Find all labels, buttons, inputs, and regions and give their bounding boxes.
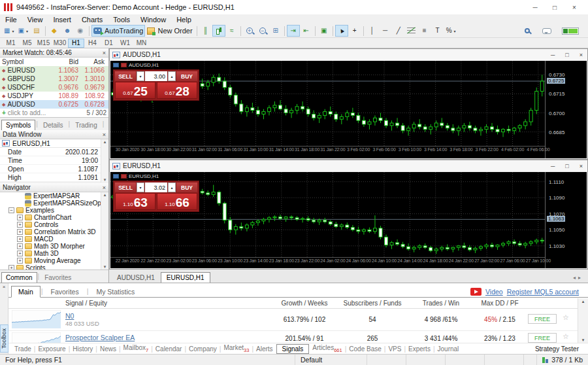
timeframe-m15[interactable]: M15 <box>35 39 52 48</box>
volume-increase-button[interactable]: ▴ <box>168 71 176 81</box>
history-center-button[interactable]: ▤ <box>30 25 43 37</box>
tree-item-math-3d-morpher[interactable]: +Math 3D Morpher <box>0 243 108 250</box>
scroll-down-icon[interactable]: ▾ <box>101 264 108 269</box>
price-axis[interactable]: 0.67300.67150.67000.66850.6725 <box>545 61 587 158</box>
timeframe-m5[interactable]: M5 <box>19 39 35 48</box>
close-button[interactable]: × <box>580 52 583 58</box>
profiles-button[interactable]: ▣▾ <box>16 25 29 37</box>
zoom-in-button[interactable]: + <box>243 25 256 37</box>
sell-button[interactable]: SELL <box>115 182 136 192</box>
candle-chart-button[interactable] <box>212 25 225 37</box>
volume-input[interactable]: 3.02 <box>145 182 167 192</box>
navigator-scrollbar[interactable]: ▴ ▾ <box>101 192 108 269</box>
chart-shift-button[interactable]: ⇥ <box>287 25 300 37</box>
depth-of-market-button[interactable]: ☻ <box>61 25 74 37</box>
bottom-tab-journal[interactable]: Journal <box>436 345 461 353</box>
symbols-button[interactable]: ◆ <box>48 25 61 37</box>
tab-trading[interactable]: Trading <box>71 120 102 130</box>
bottom-tab-vps[interactable]: VPS <box>386 345 403 353</box>
bottom-tab-experts[interactable]: Experts <box>406 345 433 353</box>
tree-item-chartinchart[interactable]: +ChartInChart <box>0 214 108 221</box>
buy-button[interactable]: BUY <box>176 71 197 81</box>
minimize-button[interactable]: ─ <box>525 4 545 11</box>
expand-icon[interactable]: + <box>17 258 23 264</box>
vertical-line-button[interactable]: │ <box>366 25 379 37</box>
timeframe-h1[interactable]: H1 <box>68 39 84 48</box>
bottom-tab-alerts[interactable]: Alerts <box>254 345 275 353</box>
market-watch-row-eurusd[interactable]: ◆EURUSD1.10631.1066 <box>0 66 108 75</box>
chart-tab-audusd-h1[interactable]: AUDUSD,H1 <box>111 272 161 283</box>
timeframe-d1[interactable]: D1 <box>101 39 117 48</box>
free-button[interactable]: FREE <box>528 314 557 324</box>
expand-icon[interactable]: + <box>8 265 14 269</box>
bottom-tab-articles[interactable]: Articles661 <box>310 343 344 354</box>
menu-item-view[interactable]: View <box>22 16 48 24</box>
scroll-down-icon[interactable]: ▾ <box>101 177 108 182</box>
shapes-button[interactable]: %▾ <box>444 25 458 37</box>
buy-price-button[interactable]: 0.6728 <box>157 82 197 99</box>
tree-item-expertmapsar[interactable]: ExpertMAPSAR <box>0 192 108 200</box>
signal-name-link[interactable]: N0 <box>65 312 74 320</box>
register-mql5-link[interactable]: Register MQL5 account <box>507 288 579 296</box>
bottom-tab-signals[interactable]: Signals <box>276 344 310 354</box>
chart-canvas[interactable]: 0.67300.67150.67000.66850.672530 Jan 202… <box>110 61 587 158</box>
menu-item-window[interactable]: Window <box>135 16 171 24</box>
bottom-tab-history[interactable]: History <box>71 345 95 353</box>
volume-decrease-button[interactable]: ▾ <box>137 182 144 192</box>
new-order-button[interactable]: New Order <box>145 25 194 37</box>
text-label-button[interactable]: T <box>431 25 444 37</box>
maximize-button[interactable]: □ <box>545 4 564 11</box>
favorite-star-icon[interactable]: ☆ <box>563 313 569 322</box>
bottom-tab-exposure[interactable]: Exposure <box>36 345 67 353</box>
buy-price-button[interactable]: 1.1066 <box>157 193 197 210</box>
docked-charts-button[interactable]: ▣ <box>318 25 331 37</box>
data-window-scrollbar[interactable]: ▴ ▾ <box>101 139 108 182</box>
collapse-icon[interactable]: − <box>8 207 14 213</box>
volume-decrease-button[interactable]: ▾ <box>137 71 144 81</box>
maximize-button[interactable]: □ <box>565 52 568 58</box>
time-axis[interactable]: 22 Jan 202022 Jan 22:0023 Jan 02:0023 Ja… <box>110 258 545 266</box>
signal-name-link[interactable]: Prospector Scalper EA <box>65 334 135 341</box>
search-button[interactable] <box>521 25 534 37</box>
toolbox-side-label[interactable]: Toolbox <box>0 324 8 353</box>
tree-item-examples[interactable]: −Examples <box>0 207 108 214</box>
minimize-button[interactable]: ─ <box>551 52 555 58</box>
fibonacci-button[interactable] <box>405 25 418 37</box>
chart-tab-scroll-arrows[interactable]: ◂▸ <box>573 275 586 283</box>
market-watch-row-usdjpy[interactable]: ◆USDJPY108.89108.92 <box>0 92 108 100</box>
menu-item-help[interactable]: Help <box>171 16 197 24</box>
close-icon[interactable]: × <box>103 50 106 56</box>
signal-row[interactable]: Prospector Scalper EA201.54% / 912653 43… <box>8 330 578 343</box>
expand-icon[interactable]: + <box>17 215 23 220</box>
cursor-button[interactable]: ▲ <box>335 25 348 37</box>
video-link[interactable]: Video <box>485 288 503 296</box>
tree-item-macd[interactable]: +MACD <box>0 235 108 243</box>
new-chart-button[interactable]: ▦▾ <box>2 25 16 37</box>
price-axis[interactable]: 1.11101.10901.10701.10501.10301.1063 <box>545 172 587 268</box>
tile-windows-button[interactable]: ⊞ <box>269 25 282 37</box>
expand-icon[interactable]: + <box>17 236 23 242</box>
signal-row[interactable]: N048 033 USD613.79% / 102544 968 /61%45%… <box>8 309 578 330</box>
close-icon[interactable]: × <box>103 184 106 191</box>
expand-icon[interactable]: + <box>17 243 23 249</box>
equidistant-channel-button[interactable]: ≡ <box>418 25 431 37</box>
timeframe-m30[interactable]: M30 <box>52 39 68 48</box>
trendline-button[interactable]: ╱ <box>392 25 405 37</box>
autotrading-button[interactable]: AutoTrading <box>91 25 146 37</box>
timeframe-w1[interactable]: W1 <box>117 39 133 48</box>
tree-item-math-3d[interactable]: +Math 3D <box>0 250 108 257</box>
timeframe-mn[interactable]: MN <box>133 39 150 48</box>
expand-icon[interactable]: + <box>17 222 23 228</box>
free-button[interactable]: FREE <box>528 333 557 343</box>
status-profile[interactable]: Default <box>295 355 367 365</box>
toolbox-tab-main[interactable]: Main <box>11 286 41 298</box>
close-button[interactable]: × <box>580 163 583 169</box>
tree-item-expertmapsarsizeoptim[interactable]: ExpertMAPSARSizeOptim <box>0 200 108 207</box>
horizontal-line-button[interactable]: ─ <box>379 25 392 37</box>
expand-icon[interactable]: + <box>17 251 23 256</box>
toolbox-tab-favorites[interactable]: Favorites <box>44 286 86 297</box>
menu-item-file[interactable]: File <box>0 16 22 24</box>
scroll-up-icon[interactable]: ▴ <box>101 139 108 145</box>
market-watch-row-usdchf[interactable]: ◆USDCHF0.96760.9679 <box>0 83 108 92</box>
sell-price-button[interactable]: 1.1063 <box>115 193 155 210</box>
